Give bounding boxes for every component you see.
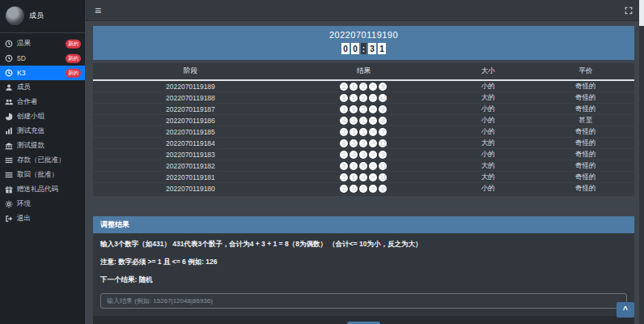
- panel-footer: 保存: [93, 316, 634, 324]
- table-row: 2022070119183243=9小的奇怪的: [93, 149, 634, 160]
- scroll-top-button[interactable]: ^: [616, 302, 634, 318]
- sum-die: 11: [379, 139, 387, 147]
- countdown-digit: 3: [368, 43, 376, 54]
- size-cell: 大的: [439, 139, 536, 148]
- die: 1: [340, 173, 348, 181]
- adjust-result-panel: 调整结果 输入3个数字（如431） 431代表3个骰子，合计为4 + 3 + 1…: [93, 216, 634, 324]
- sidebar-item-11[interactable]: 环境: [0, 197, 85, 211]
- scrollbar-track: [639, 0, 644, 324]
- period-cell: 2022070119189: [93, 83, 288, 91]
- die: 3: [340, 128, 348, 136]
- die: 2: [340, 151, 348, 159]
- sidebar-item-4[interactable]: 合作者: [0, 95, 85, 109]
- chart-icon: [5, 127, 13, 135]
- equals-die: =: [369, 185, 377, 193]
- period-cell: 2022070119183: [93, 151, 288, 159]
- bank-icon: [5, 142, 13, 150]
- die: 6: [340, 94, 348, 102]
- result-input[interactable]: [100, 293, 627, 309]
- die: 2: [359, 83, 367, 91]
- size-cell: 大的: [439, 173, 536, 182]
- sidebar-item-label: 温果: [17, 39, 31, 49]
- die: 1: [340, 105, 348, 113]
- result-dice: 335=11: [288, 162, 439, 170]
- clock-icon: [5, 54, 13, 62]
- fullscreen-icon[interactable]: [625, 6, 633, 15]
- list-icon: [5, 171, 13, 179]
- die: 3: [350, 139, 358, 147]
- countdown-digit: 0: [341, 43, 350, 54]
- sidebar-item-label: 成员: [17, 83, 31, 92]
- pie-icon: [5, 113, 13, 121]
- equals-die: =: [369, 94, 377, 102]
- avatar[interactable]: [6, 6, 24, 25]
- results-table: 阶段结果大小平价 2022070119189252=9小的奇怪的20220701…: [93, 63, 634, 196]
- size-cell: 大的: [439, 93, 536, 103]
- sidebar-item-10[interactable]: 赠送礼品代码: [0, 182, 85, 197]
- countdown-digit: 1: [378, 43, 386, 54]
- period-cell: 2022070119184: [93, 139, 288, 147]
- sum-die: 9: [379, 83, 387, 91]
- sidebar-item-9[interactable]: 取回（批准）: [0, 168, 85, 182]
- table-body: 2022070119189252=9小的奇怪的2022070119188652=…: [93, 81, 634, 194]
- result-dice: 652=13: [288, 94, 439, 102]
- sidebar-item-2[interactable]: K3新的: [0, 66, 85, 80]
- period-cell: 2022070119187: [93, 105, 288, 113]
- top-navbar: ≡: [85, 0, 644, 21]
- new-badge: 新的: [66, 40, 81, 49]
- period-cell: 2022070119181: [93, 173, 288, 181]
- sum-die: 9: [379, 151, 387, 159]
- menu-toggle-icon[interactable]: ≡: [95, 5, 101, 16]
- parity-cell: 奇怪的: [537, 127, 634, 137]
- period-cell: 2022070119180: [93, 185, 288, 193]
- users-icon: [5, 98, 13, 106]
- table-header-row: 阶段结果大小平价: [93, 63, 634, 81]
- sidebar-item-8[interactable]: 存款（已批准）: [0, 153, 85, 168]
- table-row: 2022070119180252=9小的奇怪的: [93, 183, 634, 194]
- sidebar-item-label: 合作者: [17, 97, 38, 107]
- equals-die: =: [369, 83, 377, 91]
- table-row: 2022070119187162=9小的奇怪的: [93, 104, 634, 115]
- sum-die: 11: [379, 162, 387, 170]
- result-dice: 164=11: [288, 173, 439, 181]
- die: 6: [350, 105, 358, 113]
- parity-cell: 奇怪的: [537, 139, 634, 148]
- sidebar-item-label: K3: [17, 69, 25, 77]
- panel-body: 输入3个数字（如431） 431代表3个骰子，合计为4 + 3 + 1 = 8（…: [93, 233, 634, 316]
- size-cell: 小的: [439, 150, 536, 160]
- period-cell: 2022070119186: [93, 117, 288, 125]
- equals-die: =: [369, 151, 377, 159]
- user-icon: [5, 83, 13, 92]
- column-header: 平价: [537, 63, 634, 79]
- sidebar-item-12[interactable]: 退出: [0, 211, 85, 226]
- content-area: 2022070119190 00:31 阶段结果大小平价 20220701191…: [85, 21, 644, 324]
- parity-cell: 奇怪的: [537, 173, 634, 182]
- die: 3: [350, 128, 358, 136]
- sidebar-item-1[interactable]: 5D新的: [0, 51, 85, 66]
- parity-cell: 奇怪的: [537, 161, 634, 171]
- result-dice: 252=9: [288, 185, 439, 193]
- new-badge: 新的: [66, 54, 81, 63]
- result-dice: 331=7: [288, 128, 439, 136]
- die: 5: [350, 185, 358, 193]
- sidebar-item-6[interactable]: 测试充值: [0, 124, 85, 139]
- countdown-timer: 00:31: [93, 43, 634, 54]
- equals-die: =: [369, 105, 377, 113]
- parity-cell: 奇怪的: [537, 184, 634, 194]
- table-row: 2022070119182335=11大的奇怪的: [93, 160, 634, 172]
- sidebar-item-label: 环境: [17, 199, 31, 209]
- sidebar-item-3[interactable]: 成员: [0, 80, 85, 95]
- column-header: 大小: [439, 63, 536, 79]
- sidebar-item-5[interactable]: 创建小组: [0, 109, 85, 124]
- instruction-line-2: 注意: 数字必须 >= 1 且 <= 6 例如: 126: [100, 258, 627, 267]
- die: 2: [359, 94, 367, 102]
- sum-die: 13: [379, 94, 387, 102]
- die: 2: [359, 185, 367, 193]
- sidebar-item-0[interactable]: 温果新的: [0, 36, 85, 51]
- scrollbar-thumb[interactable]: [639, 0, 644, 26]
- sum-die: 9: [379, 105, 387, 113]
- sidebar-item-label: 存款（已批准）: [17, 156, 66, 165]
- sidebar-item-7[interactable]: 测试提款: [0, 139, 85, 153]
- sidebar-item-label: 测试提款: [17, 141, 44, 151]
- result-dice: 632=11: [288, 139, 439, 147]
